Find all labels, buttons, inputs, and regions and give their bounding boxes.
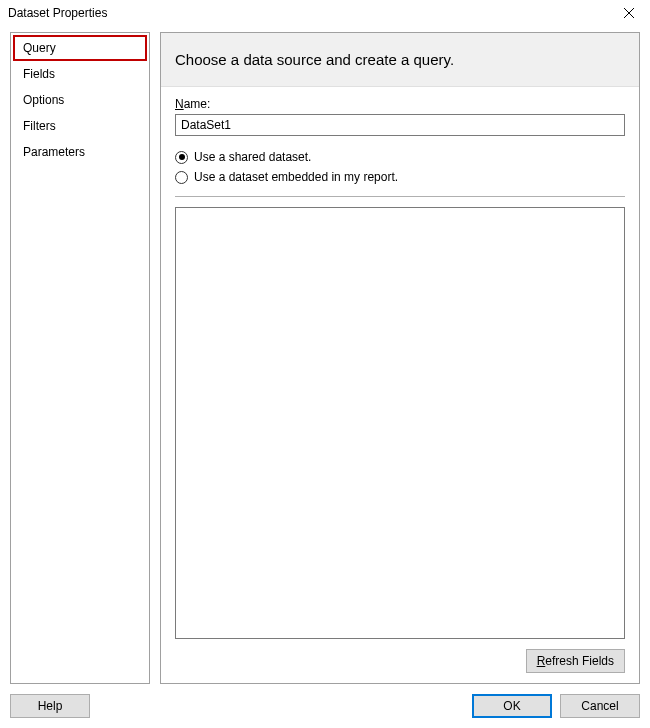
sidebar-item-label: Parameters <box>23 145 85 159</box>
name-label: Name: <box>175 97 625 111</box>
sidebar-item-fields[interactable]: Fields <box>13 61 147 87</box>
radio-embedded-dataset[interactable]: Use a dataset embedded in my report. <box>175 170 625 184</box>
dataset-properties-dialog: Dataset Properties Query Fields Options … <box>0 0 650 728</box>
sidebar-item-label: Filters <box>23 119 56 133</box>
content-area: Query Fields Options Filters Parameters … <box>0 26 650 686</box>
sidebar-item-label: Options <box>23 93 64 107</box>
titlebar: Dataset Properties <box>0 0 650 26</box>
radio-icon <box>175 151 188 164</box>
name-input[interactable] <box>175 114 625 136</box>
button-label: Refresh Fields <box>537 654 614 668</box>
sidebar-item-label: Fields <box>23 67 55 81</box>
dataset-list-box[interactable] <box>175 207 625 639</box>
divider <box>175 196 625 197</box>
bottom-bar: Help OK Cancel <box>0 686 650 728</box>
panel-body: Name: Use a shared dataset. Use a datase… <box>161 87 639 683</box>
bottom-right-buttons: OK Cancel <box>472 694 640 718</box>
ok-button[interactable]: OK <box>472 694 552 718</box>
radio-shared-dataset[interactable]: Use a shared dataset. <box>175 150 625 164</box>
sidebar-item-query[interactable]: Query <box>13 35 147 61</box>
cancel-button[interactable]: Cancel <box>560 694 640 718</box>
button-label: Cancel <box>581 699 618 713</box>
button-label: Help <box>38 699 63 713</box>
panel-heading: Choose a data source and create a query. <box>161 33 639 87</box>
main-panel: Choose a data source and create a query.… <box>160 32 640 684</box>
dataset-type-radio-group: Use a shared dataset. Use a dataset embe… <box>175 150 625 190</box>
sidebar-item-options[interactable]: Options <box>13 87 147 113</box>
close-button[interactable] <box>614 3 644 23</box>
close-icon <box>624 8 634 18</box>
radio-label: Use a dataset embedded in my report. <box>194 170 398 184</box>
help-button[interactable]: Help <box>10 694 90 718</box>
sidebar-item-filters[interactable]: Filters <box>13 113 147 139</box>
button-label: OK <box>503 699 520 713</box>
refresh-fields-button[interactable]: Refresh Fields <box>526 649 625 673</box>
radio-icon <box>175 171 188 184</box>
sidebar: Query Fields Options Filters Parameters <box>10 32 150 684</box>
sidebar-item-label: Query <box>23 41 56 55</box>
radio-label: Use a shared dataset. <box>194 150 311 164</box>
window-title: Dataset Properties <box>8 6 107 20</box>
refresh-row: Refresh Fields <box>175 649 625 673</box>
sidebar-item-parameters[interactable]: Parameters <box>13 139 147 165</box>
